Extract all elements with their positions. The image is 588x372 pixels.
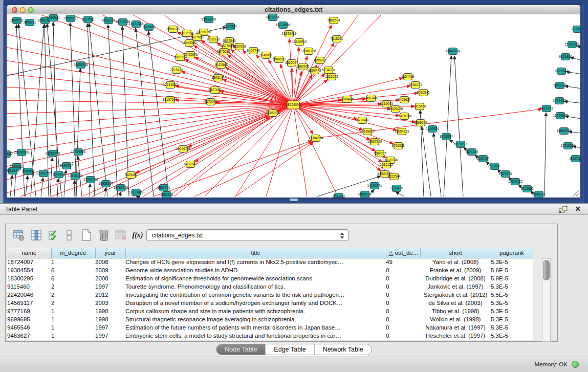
selection-mode-button[interactable] — [47, 228, 61, 243]
table-row[interactable]: 969969511998Structural magnetic resonanc… — [7, 315, 533, 323]
graph-edge[interactable] — [47, 24, 61, 196]
table-row[interactable]: 1938455462009Genome-wide association stu… — [7, 266, 533, 274]
table-row[interactable]: 2242004622012Investigating the contribut… — [7, 291, 533, 299]
column-header-short[interactable]: short — [420, 248, 491, 258]
table-cell[interactable]: 5.3E-5 — [491, 307, 533, 315]
graph-edge[interactable] — [7, 105, 293, 140]
table-cell[interactable]: 9777169 — [7, 307, 51, 315]
table-cell[interactable]: 2008 — [95, 274, 125, 282]
table-cell[interactable]: 2009 — [95, 266, 125, 274]
table-cell[interactable]: 1998 — [95, 315, 125, 323]
table-cell[interactable]: 9115460 — [7, 282, 51, 291]
close-panel-icon[interactable]: ✕ — [575, 205, 581, 213]
table-cell[interactable]: 14569117 — [7, 299, 51, 307]
table-cell[interactable]: 1 — [51, 332, 95, 340]
table-selector-dropdown[interactable]: citations_edges.txt — [146, 229, 349, 241]
new-column-button[interactable] — [79, 228, 94, 243]
table-row[interactable]: 946362711997Embryonic stem cells: a mode… — [7, 332, 533, 340]
table-cell[interactable]: Tourette syndrome. Phenomenology and cla… — [125, 282, 386, 291]
graph-edge[interactable] — [70, 23, 77, 196]
graph-edge[interactable] — [88, 24, 95, 196]
table-cell[interactable]: 1 — [51, 307, 95, 315]
table-vertical-scrollbar[interactable] — [542, 258, 551, 342]
table-row[interactable]: 946554611997Estimation of the future num… — [7, 323, 533, 332]
table-mode-button[interactable] — [12, 228, 26, 243]
table-cell[interactable]: 1997 — [95, 332, 125, 340]
table-cell[interactable]: 5.6E-5 — [491, 266, 533, 274]
table-cell[interactable]: Embryonic stem cells: a model to study s… — [125, 332, 386, 340]
table-cell[interactable]: 5.3E-5 — [491, 332, 533, 340]
memory-status-label[interactable]: Memory: OK — [534, 361, 568, 367]
graph-edge[interactable] — [41, 178, 43, 196]
table-cell[interactable]: 1 — [51, 258, 95, 266]
table-cell[interactable]: 5.3E-5 — [491, 258, 533, 266]
table-cell[interactable]: Wolkin et al. (1998) — [420, 315, 491, 323]
table-cell[interactable]: Jankovic et al. (1997) — [420, 282, 491, 291]
row-height-button[interactable] — [62, 228, 76, 243]
panel-divider-handle[interactable] — [290, 199, 298, 201]
table-row[interactable]: 977716911998Corpus callosum shape and si… — [7, 307, 533, 315]
table-cell[interactable]: Changes of HCN gene expression and I(f) … — [125, 258, 386, 266]
graph-edge[interactable] — [195, 57, 293, 105]
table-cell[interactable]: Stergiakouli et al. (2012) — [420, 291, 491, 299]
table-cell[interactable]: 5.3E-5 — [491, 282, 533, 291]
graph-edge[interactable] — [26, 176, 28, 196]
table-cell[interactable]: 18300295 — [7, 274, 51, 282]
column-header-pagerank[interactable]: pagerank — [491, 248, 533, 258]
graph-edge[interactable] — [545, 113, 546, 196]
graph-edge[interactable] — [564, 86, 580, 90]
scrollbar-thumb[interactable] — [543, 260, 550, 280]
table-cell[interactable]: 2012 — [95, 291, 125, 299]
table-cell[interactable]: 2 — [51, 291, 95, 299]
table-cell[interactable]: 2 — [51, 282, 95, 291]
table-cell[interactable]: 19384554 — [7, 266, 51, 274]
table-cell[interactable]: Structural magnetic resonance image aver… — [125, 315, 386, 323]
table-cell[interactable]: Tibbo et al. (1998) — [420, 307, 491, 315]
network-graph-canvas[interactable]: 2905572249501120691406195694410655327152… — [7, 14, 580, 198]
graph-edge[interactable] — [7, 105, 293, 180]
table-cell[interactable]: 9463627 — [7, 332, 51, 340]
table-row[interactable]: 1872400712008Changes of HCN gene express… — [7, 258, 533, 266]
table-cell[interactable]: Yano et al. (2008) — [420, 258, 491, 266]
graph-edge[interactable] — [74, 180, 75, 196]
table-cell[interactable]: Dudbridge et al. (2008) — [420, 274, 491, 282]
table-cell[interactable]: 1997 — [95, 323, 125, 332]
table-cell[interactable]: 0 — [386, 323, 420, 332]
graph-edge[interactable] — [235, 105, 293, 196]
graph-edge[interactable] — [228, 55, 293, 105]
graph-edge[interactable] — [53, 22, 57, 196]
table-cell[interactable]: 0 — [386, 291, 420, 299]
table-cell[interactable]: de Silva et al. (2003) — [420, 299, 491, 307]
graph-edge[interactable] — [7, 100, 293, 105]
graph-edge[interactable] — [148, 31, 169, 196]
table-cell[interactable]: 2003 — [95, 299, 125, 307]
table-cell[interactable]: 5.5E-5 — [491, 291, 533, 299]
tab-node-table[interactable]: Node Table — [216, 344, 266, 355]
graph-edge[interactable] — [396, 192, 404, 196]
table-cell[interactable]: 1 — [51, 323, 95, 332]
table-cell[interactable]: 2 — [51, 299, 95, 307]
table-cell[interactable]: 18724007 — [7, 258, 51, 266]
table-cell[interactable]: Corpus callosum shape and size in male p… — [125, 307, 386, 315]
graph-edge[interactable] — [136, 196, 137, 196]
delete-column-button[interactable] — [97, 228, 111, 243]
table-cell[interactable]: 1997 — [95, 282, 125, 291]
column-header-out_de[interactable]: △ out_de… — [386, 248, 420, 258]
table-cell[interactable]: 0 — [386, 299, 420, 307]
table-cell[interactable]: 0 — [386, 307, 420, 315]
table-cell[interactable]: Genome-wide association studies in ADHD. — [125, 266, 386, 274]
table-cell[interactable]: 6 — [51, 274, 95, 282]
table-cell[interactable]: Hescheler et al. (1997) — [420, 332, 491, 340]
table-cell[interactable]: Investigating the contribution of common… — [125, 291, 386, 299]
table-cell[interactable]: 1 — [51, 315, 95, 323]
graph-edge[interactable] — [7, 60, 293, 105]
table-cell[interactable]: 5.3E-5 — [491, 323, 533, 332]
table-cell[interactable]: 6 — [51, 266, 95, 274]
table-cell[interactable]: Disruption of a novel member of a sodium… — [125, 299, 386, 307]
table-cell[interactable]: 1998 — [95, 307, 125, 315]
table-cell[interactable]: 0 — [386, 332, 420, 340]
table-cell[interactable]: 0 — [386, 315, 420, 323]
table-cell[interactable]: Nakamura et al. (1997) — [420, 323, 491, 332]
column-header-name[interactable]: name — [7, 248, 51, 258]
table-cell[interactable]: 9699695 — [7, 315, 51, 323]
